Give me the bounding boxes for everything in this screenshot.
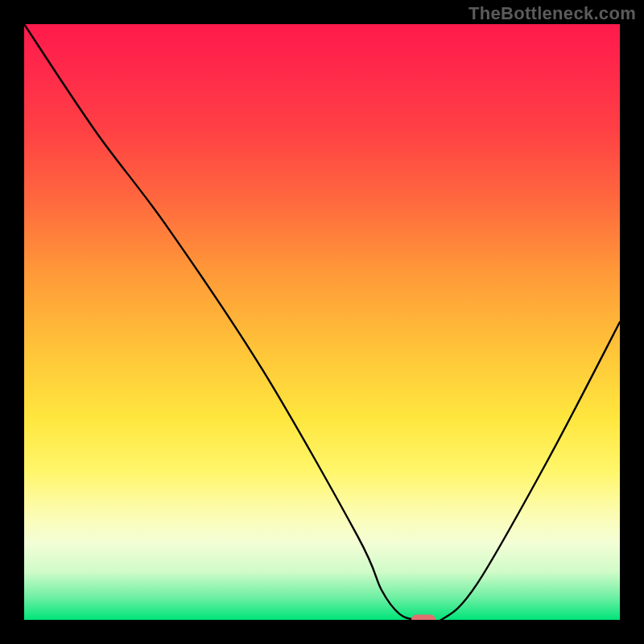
curve-path	[24, 24, 620, 620]
bottleneck-curve	[24, 24, 620, 620]
plot-area	[24, 24, 620, 620]
optimal-marker	[411, 615, 436, 621]
chart-container: TheBottleneck.com	[0, 0, 644, 644]
watermark-text: TheBottleneck.com	[469, 3, 636, 24]
